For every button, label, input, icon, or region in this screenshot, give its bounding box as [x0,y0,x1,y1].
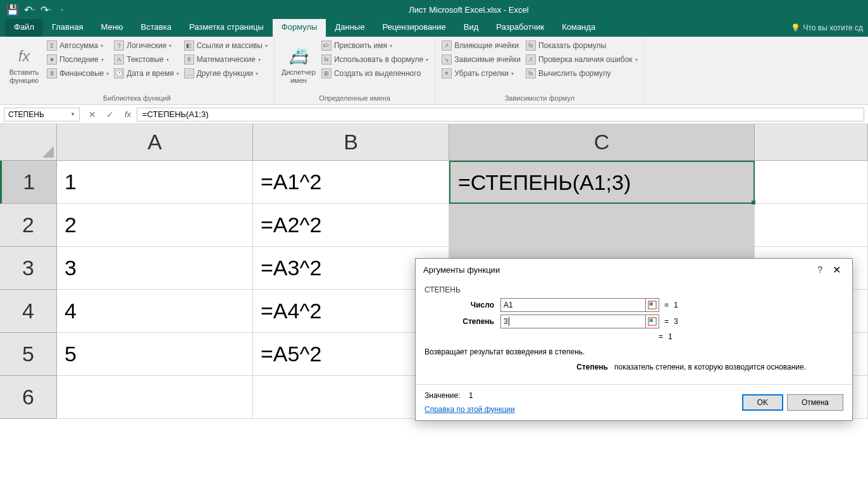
value-result: 1 [469,391,473,400]
lookup-button[interactable]: ◧Ссылки и массивы ▾ [182,39,270,52]
window-title: Лист Microsoft Excel.xlsx - Excel [70,5,868,15]
row-header-2[interactable]: 2 [0,204,57,247]
theta-icon: θ [184,54,194,65]
cell-rest-2[interactable] [755,204,868,247]
cell-a5[interactable]: 5 [57,333,253,376]
row-header-1[interactable]: 1 [0,161,57,204]
group-label-defined-names: Определенные имена [278,93,431,104]
show-formulas-icon: fx [526,40,536,51]
arg-desc-label: Степень [425,363,614,371]
value-label: Значение: [425,391,461,400]
cell-a1[interactable]: 1 [57,161,253,204]
dialog-help-button[interactable]: ? [811,265,829,275]
tab-developer[interactable]: Разработчик [487,19,553,37]
arg1-label: Число [425,301,500,309]
name-manager-button[interactable]: 📇 Диспетчер имен [278,39,319,93]
recently-used-button[interactable]: ★Последние ▾ [44,53,111,66]
function-help-link[interactable]: Справка по этой функции [425,405,515,414]
cancel-button[interactable]: Отмена [787,394,843,411]
cell-b2[interactable]: =A2^2 [253,204,449,247]
remove-arrows-button[interactable]: ✕Убрать стрелки ▾ [439,67,523,80]
chevron-down-icon[interactable]: ▼ [70,111,75,117]
text-button[interactable]: AТекстовые ▾ [111,53,181,66]
dependents-icon: ↘ [442,54,452,65]
column-header-a[interactable]: A [57,124,253,161]
cell-a4[interactable]: 4 [57,290,253,333]
qat-customize-icon[interactable]: ▾ [54,2,70,17]
question-icon: ? [114,40,124,51]
name-box[interactable]: СТЕПЕНЬ ▼ [4,108,80,122]
cell-a6[interactable] [57,376,253,419]
tab-view[interactable]: Вид [455,19,488,37]
enter-formula-button[interactable]: ✓ [101,109,119,120]
cell-c1[interactable]: =СТЕПЕНЬ(A1;3) [449,161,755,204]
arg1-result: 1 [674,301,678,309]
lookup-icon: ◧ [184,40,194,51]
tab-home[interactable]: Главная [43,19,92,37]
column-header-b[interactable]: B [253,124,449,161]
autosum-button[interactable]: ΣАвтосумма ▾ [44,39,111,52]
arg2-range-button[interactable] [645,315,659,328]
tab-formulas[interactable]: Формулы [273,19,326,37]
tab-page-layout[interactable]: Разметка страницы [180,19,273,37]
trace-dependents-button[interactable]: ↘Зависимые ячейки [439,53,523,66]
more-icon: … [184,68,194,78]
insert-function-button[interactable]: fx Вставить функцию [4,39,44,93]
formula-input[interactable]: =СТЕПЕНЬ(A1;3) [137,108,864,122]
fx-icon: fx [18,47,30,66]
function-arguments-dialog: Аргументы функции ? ✕ СТЕПЕНЬ Число A1 =… [415,258,853,421]
error-checking-button[interactable]: ⚠Проверка наличия ошибок ▾ [523,53,640,66]
date-time-button[interactable]: 🕐Дата и время ▾ [111,67,181,80]
cell-rest-1[interactable] [755,161,868,204]
cancel-formula-button[interactable]: ✕ [84,109,101,120]
tab-review[interactable]: Рецензирование [373,19,454,37]
use-in-formula-button[interactable]: fxИспользовать в формуле ▾ [319,53,431,66]
tell-me-input[interactable]: 💡 Что вы хотите сд [791,19,868,37]
define-name-button[interactable]: 🏷Присвоить имя ▾ [319,39,431,52]
undo-icon[interactable]: ↶▾ [22,2,37,17]
tab-file[interactable]: Файл [5,19,43,37]
arg1-input[interactable]: A1 [500,298,646,312]
save-icon[interactable]: 💾 [5,2,20,17]
clock-icon: 🕐 [114,68,124,78]
arg1-range-button[interactable] [645,298,659,312]
error-icon: ⚠ [526,54,536,65]
more-functions-button[interactable]: …Другие функции ▾ [182,67,270,80]
tab-insert[interactable]: Вставка [132,19,180,37]
redo-icon[interactable]: ↷▾ [38,2,53,17]
column-header-c[interactable]: C [449,124,755,161]
cell-c2[interactable] [449,204,755,247]
cell-a3[interactable]: 3 [57,247,253,290]
arg2-input[interactable]: 3 [500,315,646,328]
lightbulb-icon: 💡 [791,23,800,32]
column-header-rest[interactable] [755,124,868,161]
close-icon[interactable]: ✕ [829,264,845,276]
dialog-title: Аргументы функции [423,265,500,275]
fx-button[interactable]: fx [119,109,137,119]
row-header-4[interactable]: 4 [0,290,57,333]
row-header-6[interactable]: 6 [0,376,57,419]
tab-team[interactable]: Команда [553,19,604,37]
math-button[interactable]: θМатематические ▾ [182,53,270,66]
select-all-corner[interactable] [0,124,57,161]
financial-button[interactable]: $Финансовые ▾ [44,67,111,80]
svg-rect-3 [650,319,653,322]
trace-precedents-button[interactable]: ↗Влияющие ячейки [439,39,523,52]
name-manager-icon: 📇 [289,47,308,66]
tab-data[interactable]: Данные [326,19,373,37]
evaluate-icon: fx [526,68,536,78]
tab-menu[interactable]: Меню [92,19,132,37]
function-name-label: СТЕПЕНЬ [425,285,843,294]
show-formulas-button[interactable]: fxПоказать формулы [523,39,640,52]
tag-icon: 🏷 [321,40,332,51]
remove-arrows-icon: ✕ [442,68,452,78]
row-header-3[interactable]: 3 [0,247,57,290]
ok-button[interactable]: OK [742,394,783,411]
create-from-selection-button[interactable]: ⊞Создать из выделенного [319,67,431,80]
logical-button[interactable]: ?Логические ▾ [111,39,181,52]
evaluate-formula-button[interactable]: fxВычислить формулу [523,67,640,80]
row-header-5[interactable]: 5 [0,333,57,376]
star-icon: ★ [47,54,57,65]
cell-b1[interactable]: =A1^2 [253,161,449,204]
cell-a2[interactable]: 2 [57,204,253,247]
